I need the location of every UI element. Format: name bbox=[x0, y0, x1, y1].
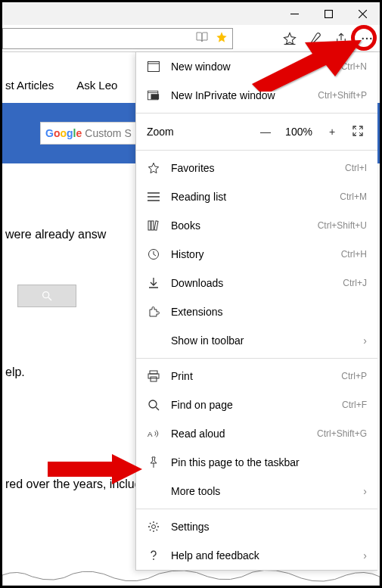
nav-link-articles[interactable]: st Articles bbox=[5, 79, 54, 92]
menu-print[interactable]: Print Ctrl+P bbox=[136, 362, 377, 390]
svg-rect-24 bbox=[154, 221, 158, 230]
maximize-button[interactable] bbox=[312, 2, 346, 25]
reading-list-icon bbox=[147, 190, 160, 204]
print-icon bbox=[147, 369, 160, 383]
svg-point-8 bbox=[43, 292, 49, 298]
svg-rect-27 bbox=[148, 374, 159, 378]
svg-point-33 bbox=[153, 558, 154, 560]
search-icon bbox=[147, 398, 160, 412]
menu-zoom: Zoom — 100% + bbox=[136, 117, 377, 147]
zoom-in-button[interactable]: + bbox=[323, 126, 341, 138]
address-bar[interactable] bbox=[2, 28, 233, 49]
menu-read-aloud[interactable]: A Read aloud Ctrl+Shift+G bbox=[136, 419, 377, 448]
chevron-right-icon: › bbox=[363, 334, 367, 347]
annotation-arrow-top bbox=[244, 31, 365, 92]
menu-history[interactable]: History Ctrl+H bbox=[136, 240, 377, 269]
extensions-icon bbox=[147, 305, 160, 319]
star-icon bbox=[147, 161, 160, 175]
svg-point-32 bbox=[152, 525, 156, 529]
svg-rect-23 bbox=[151, 221, 154, 230]
menu-help[interactable]: Help and feedback › bbox=[136, 541, 377, 570]
menu-show-in-toolbar[interactable]: Show in toolbar › bbox=[136, 326, 377, 355]
custom-search-input[interactable]: Google Custom S bbox=[40, 122, 138, 145]
history-icon bbox=[147, 247, 160, 261]
svg-line-16 bbox=[359, 127, 362, 129]
svg-line-9 bbox=[48, 297, 51, 300]
window-icon bbox=[147, 60, 160, 73]
svg-line-15 bbox=[354, 127, 356, 129]
read-aloud-icon: A bbox=[147, 427, 160, 440]
menu-pin-taskbar[interactable]: Pin this page to the taskbar bbox=[136, 448, 377, 477]
inprivate-icon bbox=[147, 89, 160, 102]
svg-rect-10 bbox=[148, 62, 160, 72]
svg-line-30 bbox=[156, 407, 159, 410]
menu-downloads[interactable]: Downloads Ctrl+J bbox=[136, 269, 377, 297]
favorite-star-icon[interactable] bbox=[216, 31, 228, 45]
menu-reading-list[interactable]: Reading list Ctrl+M bbox=[136, 182, 377, 211]
download-icon bbox=[147, 276, 160, 290]
svg-rect-22 bbox=[148, 221, 151, 230]
zoom-value: 100% bbox=[282, 126, 315, 138]
svg-rect-14 bbox=[151, 94, 159, 99]
menu-favorites[interactable]: Favorites Ctrl+I bbox=[136, 154, 377, 182]
settings-menu: New window Ctrl+N New InPrivate window C… bbox=[135, 52, 377, 571]
svg-line-17 bbox=[359, 132, 362, 135]
menu-find[interactable]: Find on page Ctrl+F bbox=[136, 390, 377, 419]
pin-icon bbox=[147, 456, 160, 469]
window-titlebar bbox=[2, 2, 380, 25]
svg-text:A: A bbox=[148, 430, 153, 438]
search-button[interactable] bbox=[17, 285, 76, 307]
menu-books[interactable]: Books Ctrl+Shift+U bbox=[136, 211, 377, 240]
reading-view-icon[interactable] bbox=[196, 32, 208, 45]
svg-rect-26 bbox=[150, 371, 157, 374]
svg-line-18 bbox=[354, 132, 356, 135]
svg-rect-28 bbox=[151, 377, 157, 381]
annotation-circle bbox=[351, 25, 377, 51]
books-icon bbox=[147, 219, 160, 232]
close-button[interactable] bbox=[346, 2, 380, 25]
chevron-right-icon: › bbox=[363, 485, 367, 497]
menu-extensions[interactable]: Extensions bbox=[136, 297, 377, 326]
chevron-right-icon: › bbox=[363, 549, 367, 562]
help-icon bbox=[147, 549, 160, 562]
fullscreen-button[interactable] bbox=[349, 126, 367, 138]
menu-more-tools[interactable]: More tools › bbox=[136, 477, 377, 506]
minimize-button[interactable] bbox=[278, 2, 312, 25]
svg-rect-1 bbox=[325, 10, 333, 17]
zoom-out-button[interactable]: — bbox=[256, 126, 275, 138]
nav-link-ask[interactable]: Ask Leo bbox=[76, 79, 117, 92]
gear-icon bbox=[147, 520, 160, 534]
svg-point-29 bbox=[149, 400, 157, 408]
menu-settings[interactable]: Settings bbox=[136, 512, 377, 541]
annotation-arrow-settings bbox=[44, 453, 146, 487]
